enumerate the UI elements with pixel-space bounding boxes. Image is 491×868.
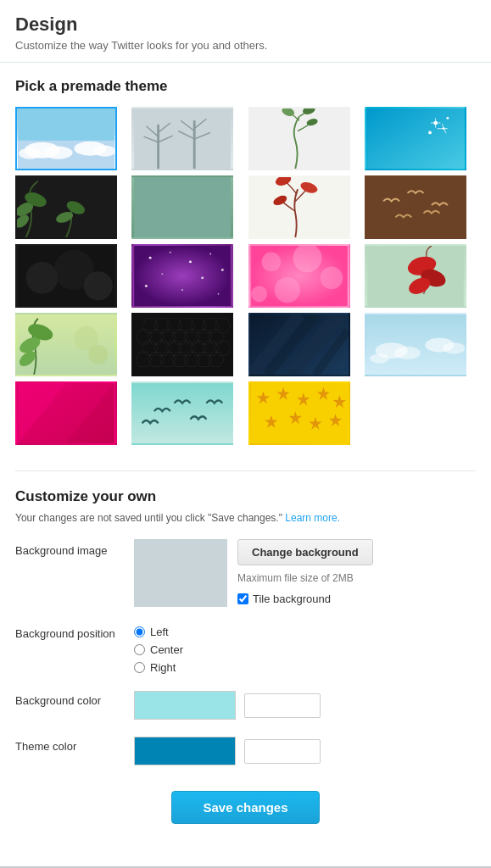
- svg-point-56: [162, 273, 164, 275]
- svg-point-62: [261, 253, 281, 272]
- bg-buttons: Change background Maximum file size of 2…: [237, 539, 373, 605]
- tile-bg-row: Tile background: [237, 593, 373, 605]
- customize-section: Customize your own Your changes are not …: [15, 488, 476, 849]
- svg-rect-22: [367, 108, 464, 169]
- svg-point-57: [201, 276, 204, 279]
- svg-point-49: [84, 271, 113, 300]
- theme-pink-bokeh[interactable]: [248, 244, 350, 308]
- svg-point-4: [19, 147, 42, 159]
- svg-point-60: [218, 293, 220, 295]
- theme-light-blue-clouds[interactable]: [365, 313, 466, 376]
- page-subtitle: Customize the way Twitter looks for you …: [15, 39, 476, 52]
- save-changes-button[interactable]: Save changes: [171, 791, 319, 824]
- theme-dark-hexagon[interactable]: [131, 313, 233, 376]
- bg-image-area: Change background Maximum file size of 2…: [134, 539, 476, 607]
- svg-point-6: [93, 146, 115, 157]
- file-size-note: Maximum file size of 2MB: [237, 572, 373, 584]
- theme-color-input[interactable]: #0084B4: [244, 739, 321, 764]
- theme-green-leaves-light[interactable]: [15, 313, 117, 376]
- svg-point-65: [274, 277, 299, 303]
- position-left-row: Left: [134, 626, 476, 638]
- background-position-label: Background position: [15, 622, 134, 640]
- theme-teal-texture[interactable]: [131, 175, 233, 239]
- svg-point-113: [394, 347, 420, 359]
- svg-point-51: [149, 257, 152, 259]
- tile-background-checkbox[interactable]: [237, 593, 248, 604]
- svg-point-58: [181, 289, 183, 291]
- theme-brown-birds[interactable]: [365, 175, 466, 239]
- save-section: Save changes: [15, 791, 476, 849]
- theme-dark-smoke[interactable]: [15, 244, 117, 308]
- svg-point-52: [170, 252, 171, 253]
- background-position-control: Left Center Right: [134, 622, 476, 674]
- svg-rect-39: [134, 177, 231, 237]
- position-radio-group: Left Center Right: [134, 622, 476, 674]
- position-center-label[interactable]: Center: [150, 643, 183, 656]
- theme-pink-diagonal[interactable]: [15, 381, 117, 445]
- svg-rect-50: [134, 246, 231, 306]
- svg-point-115: [443, 342, 465, 353]
- svg-point-59: [145, 285, 148, 287]
- position-right-label[interactable]: Right: [150, 661, 176, 674]
- theme-color-row: Theme color #0084B4: [15, 735, 476, 765]
- premade-section-title: Pick a premade theme: [15, 78, 476, 95]
- bg-preview: [134, 539, 227, 607]
- customize-section-title: Customize your own: [15, 488, 476, 505]
- position-center-radio[interactable]: [134, 644, 145, 655]
- svg-point-53: [189, 261, 192, 264]
- svg-point-47: [26, 262, 59, 294]
- background-color-input[interactable]: #9AE4E8: [244, 693, 321, 718]
- svg-point-76: [89, 345, 109, 364]
- background-color-row: Background color #9AE4E8: [15, 689, 476, 720]
- background-color-label: Background color: [15, 689, 134, 707]
- theme-vines[interactable]: [248, 107, 350, 170]
- background-color-swatch[interactable]: [134, 691, 236, 720]
- background-image-control: Change background Maximum file size of 2…: [134, 539, 476, 607]
- position-left-label[interactable]: Left: [150, 626, 169, 638]
- svg-rect-120: [134, 383, 231, 443]
- svg-point-66: [251, 286, 267, 302]
- svg-rect-77: [134, 314, 231, 375]
- theme-red-plant[interactable]: [248, 175, 350, 239]
- svg-rect-67: [367, 246, 464, 306]
- tile-background-label[interactable]: Tile background: [253, 593, 331, 605]
- theme-grid: [15, 107, 476, 445]
- svg-point-25: [428, 131, 432, 135]
- bg-color-row: #9AE4E8: [134, 689, 476, 720]
- theme-stars-teal[interactable]: [365, 107, 466, 170]
- svg-rect-121: [251, 383, 348, 443]
- theme-mint-birds[interactable]: [131, 381, 233, 445]
- theme-clouds[interactable]: [15, 107, 117, 170]
- background-position-row: Background position Left Center: [15, 622, 476, 674]
- section-divider: [15, 470, 476, 471]
- header-section: Design Customize the way Twitter looks f…: [0, 0, 491, 63]
- learn-more-link[interactable]: Learn more.: [285, 512, 340, 524]
- page-title: Design: [15, 14, 476, 36]
- unsaved-notice: Your changes are not saved until you cli…: [15, 512, 476, 524]
- theme-yellow-stars[interactable]: [248, 381, 350, 445]
- theme-dark-blue-rays[interactable]: [248, 313, 350, 376]
- theme-red-leaves-mint[interactable]: [365, 244, 466, 308]
- background-image-row: Background image Change background Maxim…: [15, 539, 476, 607]
- svg-point-26: [446, 117, 449, 120]
- theme-winter-trees[interactable]: [131, 107, 233, 170]
- change-background-button[interactable]: Change background: [237, 539, 373, 565]
- theme-color-label: Theme color: [15, 735, 134, 753]
- background-image-label: Background image: [15, 539, 134, 557]
- position-left-radio[interactable]: [134, 626, 145, 637]
- theme-dark-leaves[interactable]: [15, 175, 117, 239]
- svg-point-3: [43, 146, 72, 159]
- svg-point-54: [209, 253, 211, 255]
- svg-point-116: [370, 353, 389, 363]
- svg-rect-40: [251, 177, 348, 237]
- theme-color-row-inner: #0084B4: [134, 735, 476, 765]
- position-right-radio[interactable]: [134, 662, 145, 673]
- svg-point-55: [221, 269, 224, 271]
- theme-purple-stars[interactable]: [131, 244, 233, 308]
- background-color-control: #9AE4E8: [134, 689, 476, 720]
- svg-point-64: [320, 267, 343, 290]
- theme-color-control: #0084B4: [134, 735, 476, 765]
- theme-color-swatch[interactable]: [134, 737, 236, 765]
- svg-rect-44: [367, 177, 464, 237]
- position-center-row: Center: [134, 643, 476, 656]
